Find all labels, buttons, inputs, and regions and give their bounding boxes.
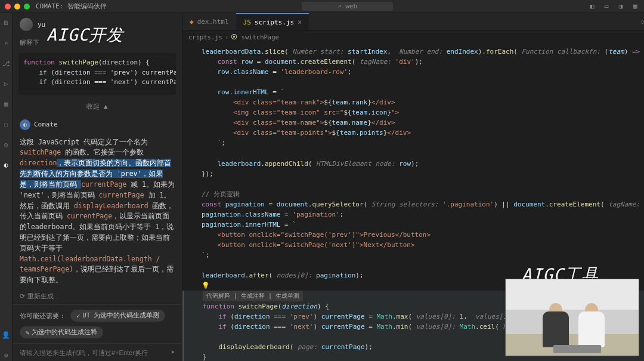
send-icon[interactable]: ➤ <box>171 348 175 356</box>
window-controls[interactable] <box>5 4 30 10</box>
close-tab-icon[interactable]: × <box>298 18 302 26</box>
tab-scripts-js[interactable]: JS scripts.js × <box>236 13 309 30</box>
comate-response-header: ◐ Comate <box>13 115 182 135</box>
selected-code-snippet: function switchPage(direction) { if (dir… <box>18 53 176 95</box>
suggest-comments[interactable]: ✎为选中的代码生成注释 <box>20 326 103 338</box>
run-icon[interactable]: ▷ <box>642 18 644 26</box>
comate-avatar-icon: ◐ <box>20 119 30 130</box>
test-icon: ✓ <box>76 312 80 319</box>
search-icon[interactable]: ⌕ <box>0 37 12 49</box>
comate-icon[interactable]: ◐ <box>0 159 12 171</box>
editor-tabs: ◆ dex.html JS scripts.js × ▷ ✎ ⋯ <box>182 13 644 31</box>
titlebar: COMATE: 智能编码伙伴 ⌕ web ◧ ▭ ◨ ▦ <box>0 0 644 13</box>
comate-name: Comate <box>34 121 58 128</box>
panel-left-icon[interactable]: ◧ <box>588 2 596 10</box>
suggestions-label: 你可能还需要： <box>20 311 66 320</box>
layout-controls: ◧ ▭ ◨ ▦ <box>588 2 639 10</box>
refresh-icon: ⟳ <box>20 292 25 300</box>
account-icon[interactable]: 👤 <box>0 329 12 341</box>
remote-icon[interactable]: ☐ <box>0 118 12 130</box>
timeline-icon[interactable]: ◷ <box>0 138 12 150</box>
regenerate-button[interactable]: ⟳ 重新生成 <box>13 288 182 304</box>
webcam-overlay <box>505 279 639 356</box>
panel-bottom-icon[interactable]: ▭ <box>602 2 611 10</box>
source-control-icon[interactable]: ⎇ <box>0 57 12 69</box>
js-file-icon: JS <box>243 18 251 26</box>
user-profile: yu <box>13 13 182 36</box>
suggest-unit-test[interactable]: ✓UT 为选中的代码生成单测 <box>70 310 165 322</box>
close-window-icon[interactable] <box>5 4 11 10</box>
minimize-window-icon[interactable] <box>14 4 20 10</box>
panel-right-icon[interactable]: ◨ <box>617 2 625 10</box>
tab-index-html[interactable]: ◆ dex.html <box>182 13 236 30</box>
username: yu <box>38 21 45 29</box>
avatar <box>20 18 33 31</box>
activity-bar: 🗎 ⌕ ⎇ ▷ ▦ ☐ ◷ ◐ 👤 ⚙ <box>0 13 13 361</box>
search-icon: ⌕ <box>338 2 345 10</box>
layout-icon[interactable]: ▦ <box>631 2 639 10</box>
extensions-icon[interactable]: ▦ <box>0 98 12 110</box>
explanation-text: 这段 JavaScript 代码定义了一个名为 switchPage 的函数。它… <box>13 135 182 288</box>
suggestions-row: 你可能还需要： ✓UT 为选中的代码生成单测 ✎为选中的代码生成注释 <box>13 304 182 343</box>
collapse-button[interactable]: 收起 ▲ <box>13 98 182 115</box>
breadcrumb[interactable]: cripts.js›⦿ switchPage <box>182 31 644 43</box>
explorer-icon[interactable]: 🗎 <box>0 17 12 29</box>
html-file-icon: ◆ <box>190 18 194 26</box>
chat-input-row: ➤ <box>13 343 182 361</box>
comment-icon: ✎ <box>26 329 29 336</box>
debug-icon[interactable]: ▷ <box>0 78 12 90</box>
settings-icon[interactable]: ⚙ <box>0 349 12 361</box>
maximize-window-icon[interactable] <box>24 4 30 10</box>
chat-input[interactable] <box>20 349 166 356</box>
comate-sidebar: yu 解释下 function switchPage(direction) { … <box>13 13 182 361</box>
code-action-label[interactable]: 代码解释 | 生成注释 | 生成单测 <box>203 291 303 301</box>
command-search[interactable]: ⌕ web <box>302 2 393 11</box>
app-title: COMATE: 智能编码伙伴 <box>36 2 107 11</box>
explain-heading: 解释下 <box>13 36 182 50</box>
